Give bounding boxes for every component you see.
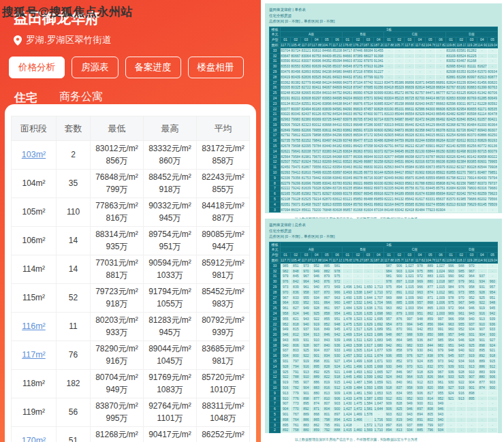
floor-label: 8 bbox=[270, 396, 281, 401]
price-cell: 945 bbox=[332, 327, 342, 332]
price-cell: - bbox=[477, 401, 487, 407]
price-cell: 901 bbox=[467, 385, 477, 391]
price-analysis-card: 面积段 套数 最低 最高 平均 103m²283012元/m²856万83332… bbox=[5, 104, 256, 442]
price-cell: 955 bbox=[467, 289, 477, 295]
price-cell: 86773 bbox=[363, 170, 373, 176]
price-cell: - bbox=[477, 428, 487, 433]
price-cell: 81845 bbox=[415, 175, 425, 180]
listings-button[interactable]: 房源表 bbox=[72, 57, 119, 78]
floor-label: 7 bbox=[270, 401, 281, 407]
price-cell: 86602 bbox=[363, 186, 373, 191]
price-cell: 91056 bbox=[373, 85, 383, 91]
price-cell: 943 bbox=[281, 337, 291, 343]
price-cell: 949 bbox=[311, 268, 321, 274]
price-cell: 83611 bbox=[321, 127, 332, 133]
price-cell: 80525 bbox=[311, 74, 321, 80]
price-cell: 84410 bbox=[332, 122, 342, 127]
filing-progress-button[interactable]: 备案进度 bbox=[125, 57, 181, 78]
grid-header-cell: 01 bbox=[446, 37, 456, 43]
price-analysis-button[interactable]: 价格分析 bbox=[9, 57, 65, 78]
price-cell: 83166 bbox=[446, 48, 456, 53]
price-cell: 928 bbox=[311, 306, 321, 311]
area-text: 114m² bbox=[22, 264, 45, 274]
price-cell: 868 bbox=[311, 412, 321, 417]
price-cell: 83533 bbox=[281, 64, 291, 69]
area-link[interactable]: 170m² bbox=[22, 436, 46, 442]
price-cell: - bbox=[383, 74, 394, 80]
price-cell: 83326 bbox=[321, 154, 332, 159]
unit-count: 76 bbox=[57, 341, 91, 370]
price-cell: 80382 bbox=[291, 80, 301, 85]
max-price-cell: 90594元/m²1033万 bbox=[144, 255, 197, 284]
price-cell: 864 bbox=[394, 337, 405, 343]
price-cell: - bbox=[343, 263, 353, 268]
price-cell: 80313 bbox=[467, 138, 477, 144]
price-cell: 960 bbox=[487, 279, 497, 285]
floor-label: 15 bbox=[270, 144, 281, 149]
price-cell: 985 bbox=[281, 263, 291, 268]
price-cell: 1,448 bbox=[343, 369, 353, 375]
photo-album-button[interactable]: 楼盘相册 bbox=[188, 57, 244, 78]
price-cell: 996 bbox=[446, 263, 456, 268]
price-cell: 86857 bbox=[343, 207, 353, 212]
area-link[interactable]: 116m² bbox=[22, 321, 46, 331]
price-cell: 83725 bbox=[321, 117, 332, 123]
price-cell: 81617 bbox=[415, 197, 425, 202]
grid-header-cell: 117.82 bbox=[435, 42, 445, 48]
price-cell: 84930 bbox=[394, 122, 405, 127]
price-cell: 1,006 bbox=[405, 300, 415, 306]
price-cell: 903 bbox=[415, 396, 425, 401]
price-cell: 940 bbox=[405, 417, 415, 422]
price-cell: 86716 bbox=[363, 175, 373, 180]
price-cell: - bbox=[425, 69, 435, 74]
unit-count: 14 bbox=[57, 255, 91, 284]
floor-label: 5 bbox=[270, 197, 281, 202]
price-cell: 80411 bbox=[311, 85, 321, 91]
price-cell: 80877 bbox=[487, 74, 497, 80]
table-row: 103m²283012元/m²856万83332元/m²860万83172元/m… bbox=[12, 141, 250, 170]
grid-row: 259618279499288619571,4841,5291,6381,701… bbox=[270, 306, 498, 311]
price-cell: 82726 bbox=[456, 127, 467, 133]
grid-header-cell: 01 bbox=[446, 253, 456, 258]
area-link[interactable]: 117m² bbox=[22, 350, 46, 360]
price-cell: 82950 bbox=[301, 64, 311, 69]
price-cell: 84261 bbox=[343, 91, 353, 96]
price-cell: 80364 bbox=[487, 122, 497, 127]
price-cell: 889 bbox=[311, 375, 321, 380]
price-cell: - bbox=[394, 64, 405, 69]
price-cell: 1,451 bbox=[343, 364, 353, 369]
price-cell: 83133 bbox=[383, 112, 394, 117]
price-cell: 913 bbox=[311, 332, 321, 338]
price-cell: 79641 bbox=[291, 148, 301, 154]
grid-header-cell: 117.62 bbox=[415, 42, 425, 48]
price-cell: 83419 bbox=[281, 74, 291, 80]
grid-header-cell: D座 bbox=[446, 247, 498, 253]
price-cell: 834 bbox=[394, 390, 405, 396]
price-cell: 1,620 bbox=[363, 337, 373, 343]
floor-label: 30 bbox=[270, 64, 281, 69]
price-cell: - bbox=[456, 412, 467, 417]
price-cell: 964 bbox=[405, 375, 415, 380]
area-text: 115m² bbox=[22, 293, 45, 302]
price-cell: 82734 bbox=[383, 148, 394, 154]
price-cell: 859 bbox=[425, 316, 435, 321]
grid-header-cell: C座 bbox=[383, 247, 445, 253]
grid-header-cell: C座 bbox=[383, 32, 445, 37]
price-cell: 1,487 bbox=[343, 300, 353, 306]
floor-label: 18 bbox=[270, 127, 281, 133]
price-cell: 979 bbox=[456, 279, 467, 285]
grid-row: 1182450794708186779556832128395483463861… bbox=[270, 165, 498, 170]
grid-header-cell: 04 bbox=[415, 37, 425, 43]
price-cell: 1,463 bbox=[343, 343, 353, 348]
price-cell: 936 bbox=[446, 369, 456, 375]
price-cell: 900 bbox=[383, 417, 394, 422]
price-cell: 951 bbox=[332, 316, 342, 321]
price-cell: 83691 bbox=[343, 144, 353, 149]
area-link[interactable]: 103m² bbox=[22, 150, 46, 159]
price-cell: 85215 bbox=[394, 95, 405, 101]
price-cell: 80712 bbox=[467, 101, 477, 106]
price-cell: 764 bbox=[291, 417, 301, 422]
price-cell: 83976 bbox=[343, 117, 353, 123]
price-cell: 883 bbox=[301, 422, 311, 428]
price-cell: 979 bbox=[405, 348, 415, 353]
